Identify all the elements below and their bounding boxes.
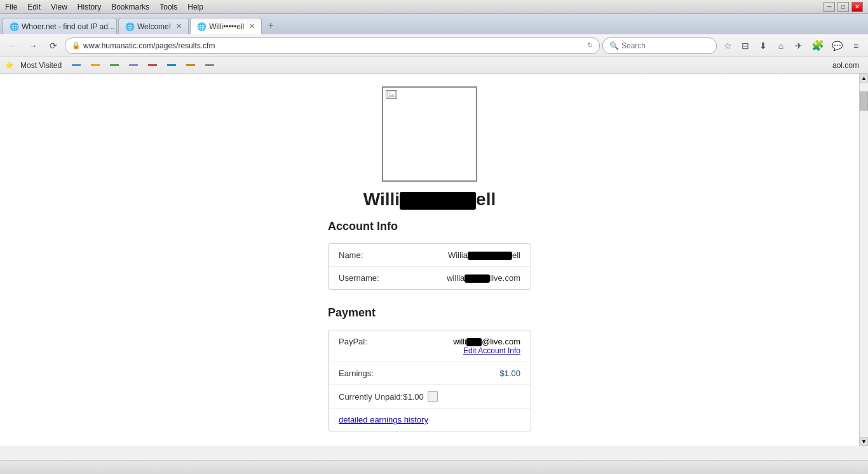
name-value: Williaell [448, 250, 520, 260]
name-label: Name: [339, 250, 363, 260]
paypal-redacted [466, 338, 482, 346]
refresh-url-icon[interactable]: ↻ [587, 41, 593, 50]
bookmarks-icon: ⭐ [5, 61, 14, 69]
menu-bookmarks[interactable]: Bookmarks [111, 3, 149, 11]
send-button[interactable]: ✈ [790, 37, 807, 54]
bookmark-8[interactable] [201, 63, 218, 67]
earnings-value: $1.00 [499, 369, 520, 378]
tab-label: Willi•••••ell [209, 22, 244, 31]
menu-help[interactable]: Help [187, 3, 203, 11]
username-row: Username: willialive.com [329, 267, 531, 289]
title-bar: File Edit View History Bookmarks Tools H… [0, 0, 868, 14]
menu-button[interactable]: ≡ [848, 37, 864, 54]
search-input[interactable] [621, 41, 717, 50]
username-label: Username: [339, 273, 379, 283]
tab-icon: 🌐 [125, 22, 135, 31]
paypal-row-main: PayPal: willi@live.com Edit Account Info [339, 337, 520, 355]
tab-label: Welcome! [137, 22, 171, 31]
profile-name-prefix: Willi [363, 189, 400, 209]
new-tab-button[interactable]: + [263, 18, 278, 33]
bookmarks-list-button[interactable]: ⊟ [737, 37, 754, 54]
bookmarks-bar: ⭐ Most Visited aol.com [0, 57, 868, 74]
bookmark-1[interactable] [68, 63, 85, 67]
nav-icons: ☆ ⊟ ⬇ ⌂ ✈ [719, 37, 807, 54]
profile-name-redacted [400, 192, 476, 210]
menu-edit[interactable]: Edit [27, 3, 41, 11]
scroll-down-arrow[interactable]: ▼ [860, 437, 868, 446]
browser-content: Williell Account Info Name: Williaell Us… [0, 74, 868, 446]
paypal-suffix: @live.com [482, 337, 520, 346]
earnings-history-link[interactable]: detailed earnings history [329, 409, 531, 431]
bookmark-3[interactable] [106, 63, 123, 67]
lock-icon: 🔒 [72, 41, 81, 50]
svg-point-1 [389, 93, 391, 95]
bookmark-2[interactable] [87, 63, 104, 67]
page-content: Williell Account Info Name: Williaell Us… [0, 74, 868, 446]
bookmark-7[interactable] [182, 63, 199, 67]
title-bar-left: File Edit View History Bookmarks Tools H… [5, 3, 203, 11]
url-bar: 🔒 ↻ [65, 37, 600, 54]
refresh-button[interactable]: ⟳ [44, 37, 62, 55]
tab-close-icon[interactable]: ✕ [176, 22, 182, 30]
tab-close-icon[interactable]: ✕ [249, 22, 255, 30]
edit-account-link[interactable]: Edit Account Info [453, 346, 520, 355]
paypal-row: PayPal: willi@live.com Edit Account Info [329, 330, 531, 362]
url-input[interactable] [83, 41, 585, 50]
menu-file[interactable]: File [5, 3, 17, 11]
account-info-card: Name: Williaell Username: willialive.com [328, 243, 531, 290]
name-redacted [468, 252, 512, 260]
back-button[interactable]: ← [4, 37, 22, 55]
tab-active[interactable]: 🌐 Willi•••••ell ✕ [190, 18, 262, 34]
menu-tools[interactable]: Tools [159, 3, 177, 11]
most-visited-label[interactable]: Most Visited [17, 60, 65, 71]
profile-section: Williell Account Info Name: Williaell Us… [0, 74, 859, 446]
username-value: willialive.com [447, 273, 520, 283]
paypal-value-block: willi@live.com Edit Account Info [453, 337, 520, 355]
menu-history[interactable]: History [78, 3, 101, 11]
bookmark-5[interactable] [144, 63, 161, 67]
username-redacted [465, 274, 490, 283]
bookmarks-right: aol.com [829, 60, 863, 71]
username-suffix: live.com [490, 273, 520, 283]
scrollbar[interactable]: ▲ ▼ [859, 74, 868, 446]
name-value-prefix: Willia [448, 250, 468, 260]
tab-welcome[interactable]: 🌐 Welcome! ✕ [118, 18, 189, 34]
window-controls: ─ □ ✕ [824, 2, 863, 12]
paypal-prefix: willi [453, 337, 466, 346]
tab-label: Whoer.net - find out IP ad... [22, 22, 114, 31]
scroll-thumb[interactable] [860, 91, 868, 111]
earnings-row: Earnings: $1.00 [329, 362, 531, 385]
unpaid-row: Currently Unpaid:$1.00 [329, 385, 531, 409]
tab-whoer[interactable]: 🌐 Whoer.net - find out IP ad... ✕ [3, 18, 117, 34]
scroll-up-arrow[interactable]: ▲ [860, 74, 868, 83]
nav-bar: ← → ⟳ 🔒 ↻ 🔍 ☆ ⊟ ⬇ ⌂ ✈ 🧩 💬 ≡ [0, 34, 868, 57]
menu-view[interactable]: View [51, 3, 67, 11]
payment-card: PayPal: willi@live.com Edit Account Info… [328, 330, 531, 431]
name-row: Name: Williaell [329, 244, 531, 267]
bookmark-star-button[interactable]: ☆ [719, 37, 736, 54]
forward-button[interactable]: → [24, 37, 42, 55]
tab-bar: 🌐 Whoer.net - find out IP ad... ✕ 🌐 Welc… [0, 14, 868, 34]
maximize-button[interactable]: □ [837, 2, 849, 12]
earnings-label: Earnings: [339, 369, 374, 378]
bookmark-6[interactable] [163, 63, 180, 67]
minimize-button[interactable]: ─ [824, 2, 835, 12]
paypal-label: PayPal: [339, 337, 367, 346]
aol-bookmark[interactable]: aol.com [829, 60, 863, 71]
profile-button[interactable]: 💬 [829, 37, 845, 54]
tab-icon: 🌐 [10, 22, 19, 31]
search-bar: 🔍 [602, 37, 717, 54]
name-value-suffix: ell [512, 250, 520, 260]
payment-title: Payment [328, 306, 531, 320]
close-button[interactable]: ✕ [851, 2, 863, 12]
avatar-placeholder-icon [386, 90, 397, 99]
search-icon: 🔍 [609, 41, 619, 50]
home-button[interactable]: ⌂ [773, 37, 789, 54]
unpaid-icon [428, 391, 438, 402]
avatar-box [382, 86, 477, 182]
unpaid-text: Currently Unpaid:$1.00 [339, 392, 424, 402]
bookmark-4[interactable] [125, 63, 142, 67]
profile-name-suffix: ell [476, 189, 496, 209]
download-button[interactable]: ⬇ [755, 37, 771, 54]
extensions-button[interactable]: 🧩 [810, 37, 826, 54]
